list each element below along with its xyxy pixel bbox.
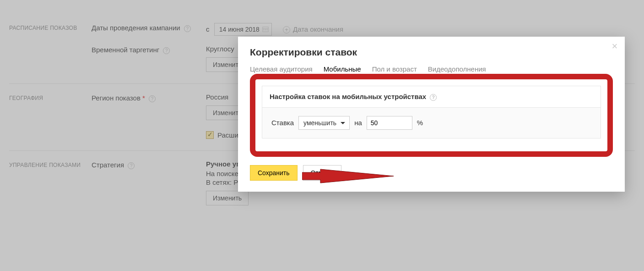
tab-mobile[interactable]: Мобильные (324, 65, 361, 76)
bid-percent-input[interactable] (367, 116, 412, 130)
on-label: на (354, 119, 362, 127)
tab-audience[interactable]: Целевая аудитория (250, 65, 313, 76)
modal-title: Корректировки ставок (250, 47, 613, 58)
close-icon[interactable]: × (610, 42, 619, 51)
tab-video[interactable]: Видеодополнения (428, 65, 486, 76)
highlight-annotation: Настройка ставок на мобильных устройства… (250, 74, 613, 157)
cancel-button[interactable]: Отмена (303, 165, 341, 181)
bid-adjustments-modal: × Корректировки ставок Целевая аудитория… (238, 37, 625, 192)
percent-symbol: % (417, 119, 423, 127)
bid-label: Ставка (271, 119, 294, 127)
save-button[interactable]: Сохранить (250, 165, 298, 181)
panel-title: Настройка ставок на мобильных устройства… (270, 93, 426, 100)
help-icon[interactable]: ? (430, 94, 437, 101)
bid-action-select[interactable]: уменьшить (298, 116, 350, 130)
tab-gender[interactable]: Пол и возраст (372, 65, 417, 76)
